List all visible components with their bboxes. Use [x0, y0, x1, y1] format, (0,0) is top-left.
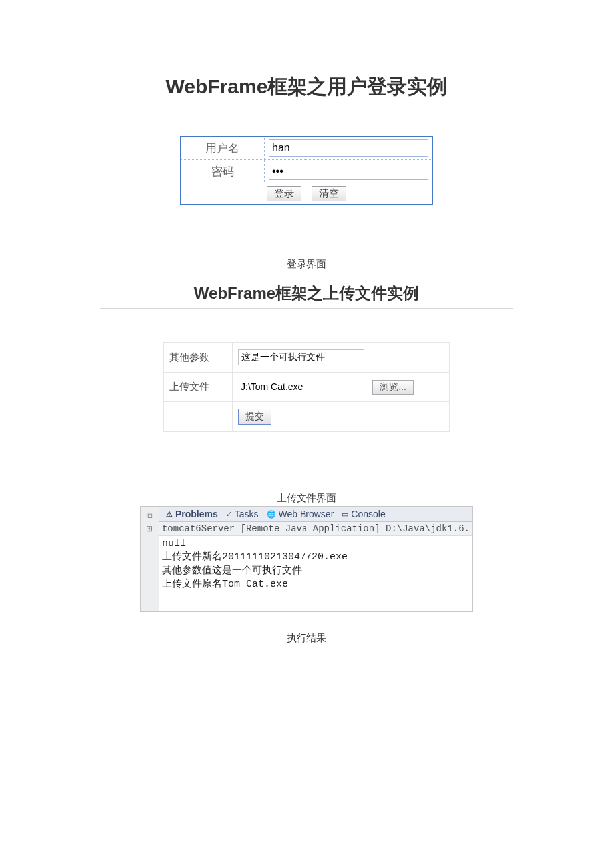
divider — [100, 308, 513, 309]
console-icon: ▭ — [342, 510, 348, 519]
divider — [100, 109, 513, 109]
file-label: 上传文件 — [164, 373, 233, 402]
password-label: 密码 — [181, 160, 265, 183]
upload-caption: 上传文件界面 — [140, 492, 473, 505]
page-title-upload: WebFrame框架之上传文件实例 — [100, 283, 513, 304]
tab-tasks[interactable]: ✓ Tasks — [222, 508, 263, 520]
clear-button[interactable]: 清空 — [312, 186, 346, 201]
tab-label: Tasks — [235, 509, 259, 519]
upload-form: 其他参数 上传文件 浏览... 提交 — [163, 342, 450, 432]
param-label: 其他参数 — [164, 343, 233, 373]
console-gutter: ⧉ ⊞ — [141, 507, 159, 611]
tab-label: Web Browser — [279, 509, 334, 519]
browse-button[interactable]: 浏览... — [372, 380, 414, 395]
gutter-icon[interactable]: ⊞ — [146, 524, 153, 533]
console-tabs: ⚠ Problems ✓ Tasks 🌐 Web Browser ▭ Conso… — [159, 507, 472, 522]
file-path-display — [238, 379, 370, 394]
submit-button[interactable]: 提交 — [238, 409, 271, 425]
globe-icon: 🌐 — [267, 510, 276, 519]
login-form: 用户名 密码 登录 清空 — [180, 136, 433, 205]
page-title-login: WebFrame框架之用户登录实例 — [100, 73, 513, 101]
tab-label: Console — [351, 509, 385, 519]
tab-problems[interactable]: ⚠ Problems — [162, 508, 222, 520]
login-caption: 登录界面 — [100, 258, 513, 271]
tab-console[interactable]: ▭ Console — [338, 508, 389, 520]
tab-label: Problems — [175, 509, 218, 519]
console-panel: ⧉ ⊞ ⚠ Problems ✓ Tasks 🌐 Web Browser — [140, 506, 473, 612]
console-output: null 上传文件新名20111110213047720.exe 其他参数值这是… — [159, 536, 472, 611]
username-input[interactable] — [269, 139, 428, 157]
login-button[interactable]: 登录 — [267, 186, 301, 201]
result-caption: 执行结果 — [140, 632, 473, 645]
tab-webbrowser[interactable]: 🌐 Web Browser — [263, 508, 338, 520]
problems-icon: ⚠ — [166, 510, 173, 519]
username-label: 用户名 — [181, 137, 265, 160]
password-input[interactable] — [269, 163, 428, 180]
param-input[interactable] — [238, 349, 364, 365]
gutter-icon[interactable]: ⧉ — [147, 511, 153, 520]
console-process-header: tomcat6Server [Remote Java Application] … — [159, 522, 472, 536]
empty-cell — [164, 402, 233, 432]
tasks-icon: ✓ — [226, 510, 232, 519]
